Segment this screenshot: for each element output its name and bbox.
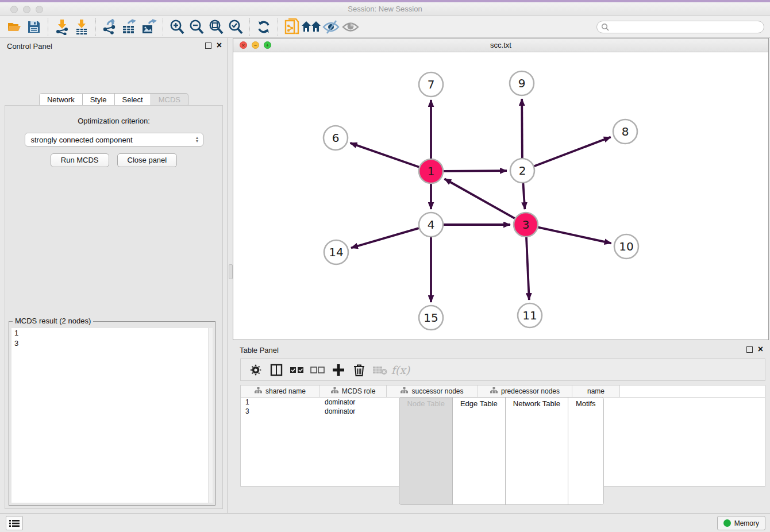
open-file-icon[interactable]: [5, 18, 24, 36]
select-value: strongly connected component: [31, 136, 133, 144]
edge-1-2[interactable]: [444, 171, 507, 171]
memory-button[interactable]: Memory: [717, 516, 765, 530]
graph-node-label: 4: [428, 218, 435, 232]
hide-details-icon[interactable]: [321, 18, 341, 36]
graph-node-label: 9: [518, 76, 526, 90]
column-header-label: predecessor nodes: [501, 387, 560, 395]
table-header-row: shared nameMCDS rolesuccessor nodesprede…: [241, 385, 765, 398]
close-table-panel-icon[interactable]: ×: [758, 344, 763, 355]
column-header-label: MCDS role: [342, 387, 376, 395]
table-tab-edge-table[interactable]: Edge Table: [453, 397, 506, 505]
optimization-criterion-select[interactable]: strongly connected component ▲▼: [25, 133, 203, 147]
search-input[interactable]: [609, 22, 764, 32]
zoom-fit-icon[interactable]: [206, 18, 226, 36]
column-header-shared-name[interactable]: shared name: [241, 385, 320, 397]
zoom-selected-icon[interactable]: [226, 18, 245, 36]
result-scrollbar[interactable]: [208, 328, 213, 503]
select-all-rows-icon[interactable]: [287, 361, 307, 379]
statusbar: Memory: [0, 513, 770, 532]
export-table-icon[interactable]: [120, 18, 139, 36]
search-icon: [601, 23, 609, 31]
graph-node-label: 1: [428, 164, 435, 178]
control-panel: Control Panel × NetworkStyleSelectMCDS O…: [0, 38, 228, 513]
home-layout-icon[interactable]: [302, 18, 321, 36]
delete-column-icon[interactable]: [349, 361, 369, 379]
task-history-button[interactable]: [6, 516, 23, 530]
column-selector-icon[interactable]: [266, 361, 287, 379]
settings-gear-icon[interactable]: [245, 361, 266, 379]
column-header-label: name: [587, 387, 605, 395]
toolbar-separator: [48, 18, 48, 36]
import-table-icon[interactable]: [72, 18, 91, 36]
show-details-icon[interactable]: [341, 18, 360, 36]
zoom-in-icon[interactable]: [167, 18, 187, 36]
run-mcds-button[interactable]: Run MCDS: [51, 153, 109, 167]
tree-hierarchy-icon: [401, 387, 408, 395]
function-builder-icon: f(x): [390, 361, 411, 379]
app-window: Session: New Session: [0, 0, 770, 532]
graph-node-label: 2: [519, 164, 526, 178]
panel-divider-handle[interactable]: [229, 264, 233, 279]
add-column-icon[interactable]: [328, 361, 349, 379]
save-session-icon[interactable]: [24, 18, 44, 36]
graph-node-label: 15: [424, 311, 438, 325]
edge-2-8[interactable]: [534, 137, 611, 167]
edge-2-9[interactable]: [522, 99, 522, 158]
table-tab-node-table[interactable]: Node Table: [399, 397, 453, 505]
control-panel-header: Control Panel ×: [0, 38, 228, 54]
graph-node-label: 11: [522, 309, 537, 322]
memory-status-icon: [723, 519, 731, 527]
edge-4-14[interactable]: [351, 228, 419, 248]
network-window-title: scc.txt: [233, 41, 768, 49]
column-header-MCDS-role[interactable]: MCDS role: [320, 385, 387, 397]
edge-3-10[interactable]: [538, 228, 611, 244]
table-tab-network-table[interactable]: Network Table: [506, 397, 568, 505]
toolbar-separator: [95, 18, 96, 36]
control-panel-title: Control Panel: [7, 42, 52, 51]
edge-1-6[interactable]: [350, 143, 419, 167]
mcds-result-item: 1: [11, 328, 213, 338]
column-header-successor-nodes[interactable]: successor nodes: [387, 385, 478, 397]
select-stepper-icon: ▲▼: [195, 136, 199, 143]
delete-table-icon: [369, 361, 390, 379]
mcds-result-title: MCDS result (2 nodes): [13, 317, 93, 325]
titlebar: Session: New Session: [0, 2, 770, 16]
graph-node-label: 6: [332, 131, 340, 145]
column-header-predecessor-nodes[interactable]: predecessor nodes: [478, 385, 572, 397]
edge-3-11[interactable]: [526, 237, 529, 300]
float-panel-icon[interactable]: [205, 43, 211, 49]
mcds-result-group: MCDS result (2 nodes) 13: [9, 321, 215, 506]
import-network-icon[interactable]: [52, 18, 72, 36]
tree-hierarchy-icon: [255, 387, 262, 395]
network-window-titlebar[interactable]: × − + scc.txt: [233, 38, 768, 52]
edge-2-3[interactable]: [523, 183, 525, 209]
float-table-panel-icon[interactable]: [746, 346, 753, 353]
table-panel: Table Panel ×: [233, 342, 770, 511]
export-image-icon[interactable]: [139, 18, 159, 36]
mcds-result-list: 13: [11, 328, 213, 503]
copy-network-icon[interactable]: [282, 18, 302, 36]
tree-hierarchy-icon: [490, 387, 498, 395]
toolbar-separator: [278, 18, 278, 36]
deselect-all-rows-icon[interactable]: [307, 361, 328, 379]
graph-node-label: 3: [522, 218, 530, 232]
search-box[interactable]: [596, 21, 764, 33]
graph-node-label: 10: [619, 240, 633, 253]
close-panel-button[interactable]: Close panel: [117, 153, 178, 167]
column-header-label: successor nodes: [411, 387, 463, 395]
table-panel-title: Table Panel: [240, 346, 279, 354]
table-panel-header: Table Panel ×: [233, 342, 770, 358]
edge-3-1[interactable]: [445, 179, 515, 218]
table-toolbar: f(x): [240, 358, 765, 381]
zoom-out-icon[interactable]: [187, 18, 206, 36]
refresh-icon[interactable]: [254, 18, 274, 36]
column-header-name[interactable]: name: [572, 385, 620, 397]
export-network-icon[interactable]: [100, 18, 120, 36]
graph-node-label: 8: [622, 125, 629, 138]
column-header-label: shared name: [265, 387, 306, 395]
network-canvas[interactable]: 7968124314101511: [233, 52, 768, 340]
table-tab-motifs[interactable]: Motifs: [568, 397, 604, 505]
optimization-criterion-label: Optimization criterion:: [5, 117, 222, 125]
mcds-result-item: 3: [11, 338, 213, 349]
close-panel-icon[interactable]: ×: [217, 40, 222, 51]
